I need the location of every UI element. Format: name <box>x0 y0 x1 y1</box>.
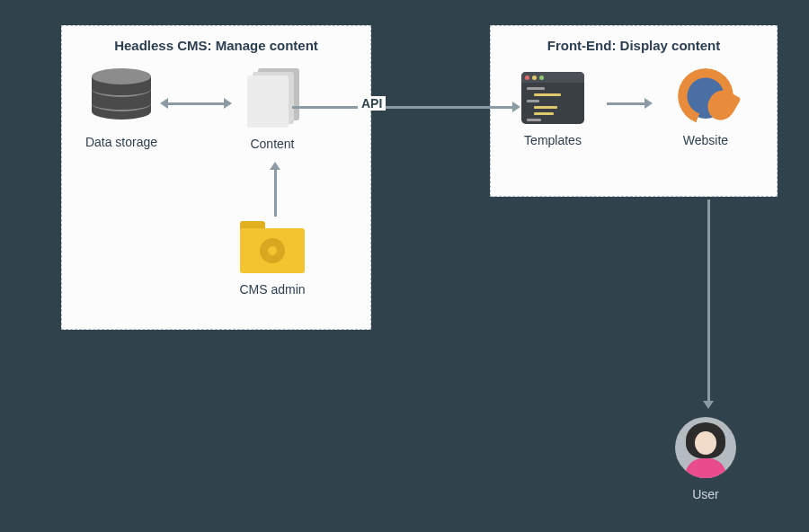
panel-cms-title: Headless CMS: Manage content <box>62 26 370 60</box>
documents-icon <box>247 68 298 128</box>
arrow-cmsadmin-content <box>270 162 280 217</box>
node-content-label: Content <box>223 137 322 151</box>
arrow-storage-content <box>160 98 232 109</box>
node-templates-label: Templates <box>503 133 602 147</box>
node-user-label: User <box>656 487 755 501</box>
node-website-label: Website <box>656 133 755 147</box>
arrow-content-templates <box>292 102 520 112</box>
folder-gear-icon <box>240 221 305 273</box>
code-editor-icon <box>521 72 584 124</box>
database-icon <box>92 68 151 126</box>
panel-frontend-title: Front-End: Display content <box>491 26 777 60</box>
arrow-templates-website <box>607 98 653 109</box>
browser-icon <box>678 68 733 124</box>
node-data-storage: Data storage <box>72 68 171 149</box>
arrow-website-user <box>703 200 714 409</box>
node-cms-admin: CMS admin <box>223 221 322 297</box>
node-data-storage-label: Data storage <box>72 135 171 149</box>
connector-api-label: API <box>358 96 386 111</box>
user-avatar-icon <box>675 417 736 478</box>
node-cms-admin-label: CMS admin <box>223 282 322 297</box>
node-user: User <box>656 417 755 501</box>
node-website: Website <box>656 68 755 147</box>
